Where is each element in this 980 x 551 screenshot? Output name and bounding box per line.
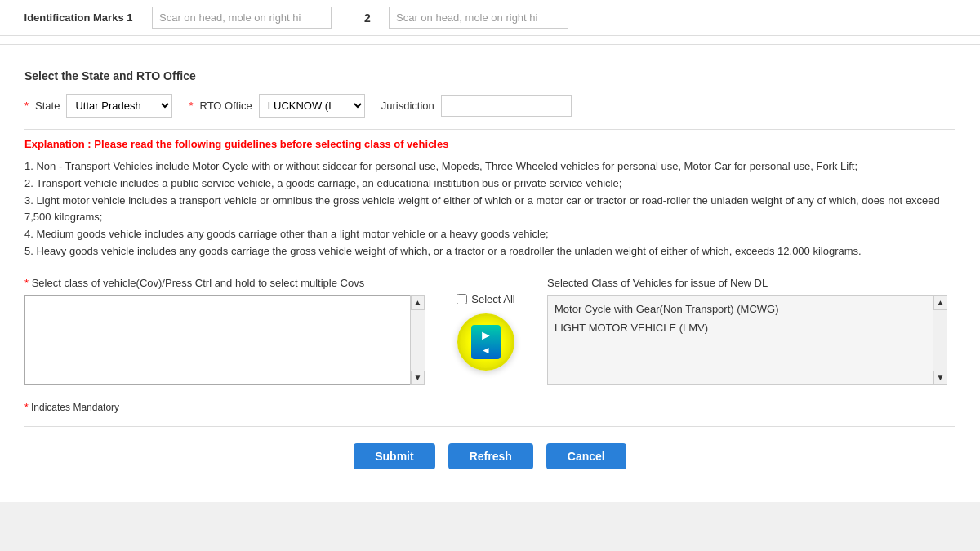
guideline-4: 4. Medium goods vehicle includes any goo… — [24, 226, 956, 243]
guideline-1: 1. Non - Transport Vehicles include Moto… — [24, 158, 956, 176]
cov-required-star: * — [24, 277, 29, 289]
state-label: State — [35, 100, 60, 112]
page-wrapper: Identification Marks 1 2 Select the Stat… — [0, 0, 980, 502]
selected-item-2: LIGHT MOTOR VEHICLE (LMV) — [551, 318, 943, 338]
explanation-title: Explanation : Please read the following … — [24, 138, 956, 150]
state-group: * State Uttar Pradesh — [24, 94, 172, 118]
cov-scroll-arrows: ▲ ▼ — [410, 295, 425, 385]
middle-panel: Select All ► ◄ — [441, 277, 531, 371]
transfer-btn-inner: ► ◄ — [471, 325, 501, 359]
marks2-number: 2 — [364, 11, 381, 24]
select-all-checkbox[interactable] — [457, 294, 467, 304]
state-select[interactable]: Uttar Pradesh — [66, 94, 172, 118]
transfer-arrow-icon: ► — [479, 328, 492, 343]
selected-scroll-up[interactable]: ▲ — [933, 295, 947, 310]
vehicle-section: * Select class of vehicle(Cov)/Press Ctr… — [24, 277, 956, 385]
section-title: Select the State and RTO Office — [24, 69, 956, 82]
submit-button[interactable]: Submit — [354, 443, 434, 469]
state-required-star: * — [24, 100, 29, 112]
cancel-button[interactable]: Cancel — [546, 443, 626, 469]
marks1-input[interactable] — [152, 7, 332, 29]
selected-listbox-wrapper: Motor Cycle with Gear(Non Transport) (MC… — [547, 295, 947, 385]
jurisdiction-label: Jurisdiction — [381, 100, 434, 112]
mandatory-text: Indicates Mandatory — [31, 402, 119, 413]
id-marks-bar: Identification Marks 1 2 — [0, 0, 980, 36]
mandatory-note: * Indicates Mandatory — [24, 402, 956, 413]
guidelines-text: 1. Non - Transport Vehicles include Moto… — [24, 158, 956, 260]
jurisdiction-group: Jurisdiction — [381, 95, 572, 117]
rto-group: * RTO Office LUCKNOW (L — [189, 94, 364, 118]
bottom-divider — [24, 426, 956, 427]
selected-scroll-down[interactable]: ▼ — [933, 371, 947, 385]
marks2-input[interactable] — [389, 7, 568, 29]
marks1-label: Identification Marks 1 — [13, 11, 144, 24]
selected-listbox[interactable]: Motor Cycle with Gear(Non Transport) (MC… — [547, 295, 947, 385]
action-buttons: Submit Refresh Cancel — [24, 435, 956, 486]
mandatory-star: * — [24, 402, 29, 413]
rto-select[interactable]: LUCKNOW (L — [259, 94, 365, 118]
cov-scroll-down[interactable]: ▼ — [411, 371, 425, 385]
select-all-row: Select All — [457, 293, 514, 305]
form-row: * State Uttar Pradesh * RTO Office LUCKN… — [24, 94, 956, 118]
cov-listbox[interactable] — [24, 295, 425, 385]
selected-panel: Selected Class of Vehicles for issue of … — [547, 277, 947, 385]
jurisdiction-input[interactable] — [441, 95, 572, 117]
selected-item-1: Motor Cycle with Gear(Non Transport) (MC… — [551, 300, 943, 319]
cov-label-text: Select class of vehicle(Cov)/Press Ctrl … — [32, 277, 365, 289]
form-divider — [24, 129, 956, 130]
guideline-5: 5. Heavy goods vehicle includes any good… — [24, 243, 956, 260]
rto-label: RTO Office — [199, 100, 252, 112]
cov-scroll-up[interactable]: ▲ — [411, 295, 425, 310]
top-divider — [0, 44, 980, 45]
cov-label: * Select class of vehicle(Cov)/Press Ctr… — [24, 277, 425, 289]
select-all-label: Select All — [471, 293, 514, 305]
cov-listbox-wrapper: ▲ ▼ — [24, 295, 425, 385]
guideline-2: 2. Transport vehicle includes a public s… — [24, 176, 956, 193]
cov-panel: * Select class of vehicle(Cov)/Press Ctr… — [24, 277, 425, 385]
refresh-button[interactable]: Refresh — [448, 443, 533, 469]
rto-required-star: * — [189, 100, 193, 112]
transfer-arrow-left: ◄ — [481, 344, 491, 356]
transfer-button[interactable]: ► ◄ — [457, 313, 514, 371]
guideline-3: 3. Light motor vehicle includes a transp… — [24, 193, 956, 227]
main-content: Select the State and RTO Office * State … — [0, 53, 980, 502]
selected-scroll-arrows: ▲ ▼ — [933, 295, 947, 385]
selected-label: Selected Class of Vehicles for issue of … — [547, 277, 947, 289]
